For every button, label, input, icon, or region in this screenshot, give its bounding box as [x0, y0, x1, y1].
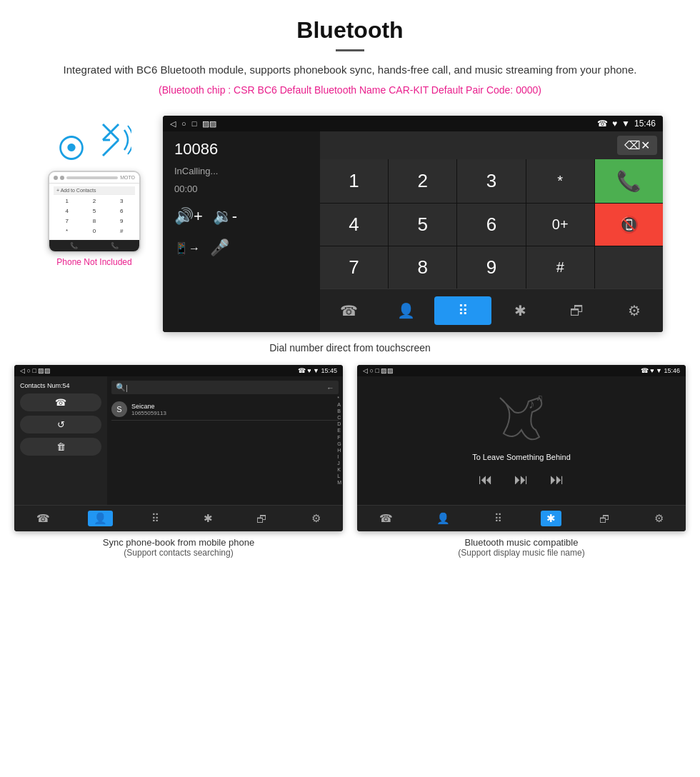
keypad-grid: 1 2 3 * 📞 4 5 6 0+ 📵 7 8 9 # — [320, 159, 663, 289]
key-8[interactable]: 8 — [389, 246, 456, 289]
alpha-star[interactable]: * — [337, 395, 341, 401]
play-button[interactable]: ⏭ — [514, 471, 529, 488]
small-phone-image: MOTO + Add to Contacts 1 2 3 4 5 6 7 8 9… — [48, 171, 141, 253]
alpha-i[interactable]: I — [337, 453, 341, 460]
phone-status-icon: ☎ — [597, 119, 608, 129]
transfer-icon[interactable]: 📱→ — [174, 241, 200, 255]
contacts-nav-transfer[interactable]: 🗗 — [251, 511, 273, 526]
music-nav-contacts[interactable]: 👤 — [431, 511, 456, 526]
music-status-right: ☎ ♥ ▼ 15:46 — [641, 367, 680, 374]
contacts-status-right: ☎ ♥ ▼ 15:45 — [298, 367, 337, 374]
nav-calls[interactable]: ☎ — [320, 296, 377, 325]
car-head-unit-screen: ◁ ○ □ ▨▨ ☎ ♥ ▼ 15:46 10086 InCalling... … — [163, 116, 663, 332]
contacts-nav-calls[interactable]: ☎ — [31, 511, 56, 526]
music-nav-calls[interactable]: ☎ — [374, 511, 399, 526]
nav-settings[interactable]: ⚙ — [606, 296, 663, 325]
status-right: ☎ ♥ ▼ 15:46 — [597, 119, 656, 129]
phone-not-included-label: Phone Not Included — [56, 257, 131, 267]
call-contact-btn[interactable]: ☎ — [20, 393, 101, 411]
back-icon: ◁ — [170, 119, 176, 129]
nav-bar: ☎ 👤 ⠿ ✱ 🗗 ⚙ — [320, 289, 663, 332]
bluetooth-icon: ⦿ — [57, 133, 86, 164]
alpha-g[interactable]: G — [337, 441, 341, 447]
key-5[interactable]: 5 — [389, 204, 456, 246]
alpha-c[interactable]: C — [337, 414, 341, 421]
page-header: Bluetooth Integrated with BC6 Bluetooth … — [0, 0, 700, 116]
music-nav-dialpad[interactable]: ⠿ — [489, 511, 508, 526]
next-button[interactable]: ⏭ — [550, 471, 564, 488]
key-3[interactable]: 3 — [457, 159, 525, 203]
alpha-b[interactable]: B — [337, 408, 341, 414]
music-icon-svg: ♪ ♫ — [489, 394, 554, 444]
location-icon: ♥ — [612, 119, 617, 129]
alpha-k[interactable]: K — [337, 466, 341, 473]
contacts-right-panel: 🔍 | ← S Seicane 10655059113 * — [107, 376, 343, 505]
prev-button[interactable]: ⏮ — [479, 471, 493, 488]
contacts-nav-bar: ☎ 👤 ⠿ ✱ 🗗 ⚙ — [14, 505, 343, 531]
key-0plus[interactable]: 0+ — [526, 204, 594, 246]
music-nav-settings[interactable]: ⚙ — [649, 511, 669, 526]
alpha-h[interactable]: H — [337, 447, 341, 453]
called-number: 10086 — [174, 140, 309, 159]
alpha-e[interactable]: E — [337, 427, 341, 433]
nav-bluetooth[interactable]: ✱ — [491, 296, 549, 325]
alpha-m[interactable]: M — [337, 479, 341, 486]
sync-contacts-btn[interactable]: ↺ — [20, 416, 101, 433]
key-9: 9 — [109, 216, 135, 226]
number-input-field[interactable] — [326, 138, 613, 153]
key-6[interactable]: 6 — [457, 204, 525, 246]
volume-controls: 🔊+ 🔉- — [174, 207, 309, 226]
key-9[interactable]: 9 — [457, 246, 525, 289]
nav-transfer[interactable]: 🗗 — [549, 296, 606, 325]
alpha-a[interactable]: A — [337, 401, 341, 408]
dialer-left-panel: 10086 InCalling... 00:00 🔊+ 🔉- 📱→ 🎤 — [163, 131, 320, 332]
backspace-button[interactable]: ⌫✕ — [617, 136, 657, 155]
svg-text:♫: ♫ — [536, 394, 544, 403]
signal-icon: ▨▨ — [202, 119, 216, 129]
key-1[interactable]: 1 — [320, 159, 388, 203]
alpha-f[interactable]: F — [337, 434, 341, 441]
nav-contacts[interactable]: 👤 — [377, 296, 434, 325]
key-7: 7 — [54, 216, 80, 226]
key-6: 6 — [109, 206, 135, 216]
music-nav-bar: ☎ 👤 ⠿ ✱ 🗗 ⚙ — [357, 505, 686, 531]
contacts-status-bar: ◁ ○ □ ▨▨ ☎ ♥ ▼ 15:45 — [14, 365, 343, 376]
key-hash[interactable]: # — [526, 246, 594, 289]
call-button[interactable]: 📞 — [595, 159, 663, 203]
delete-contact-btn[interactable]: 🗑 — [20, 438, 101, 456]
key-4[interactable]: 4 — [320, 204, 388, 246]
mic-icon[interactable]: 🎤 — [210, 239, 229, 257]
key-1: 1 — [54, 196, 80, 206]
clock: 15:46 — [634, 119, 656, 129]
contacts-nav-settings[interactable]: ⚙ — [306, 511, 326, 526]
key-2[interactable]: 2 — [389, 159, 456, 203]
dialer-right-panel: ⌫✕ 1 2 3 * 📞 4 5 6 0+ 📵 7 — [320, 131, 663, 332]
volume-down-icon[interactable]: 🔉- — [213, 207, 237, 226]
contacts-nav-dialpad[interactable]: ⠿ — [146, 511, 165, 526]
contacts-nav-contacts[interactable]: 👤 — [88, 511, 113, 526]
main-caption: Dial number direct from touchscreen — [0, 336, 700, 365]
hangup-button[interactable]: 📵 — [595, 204, 663, 246]
contacts-screen: ◁ ○ □ ▨▨ ☎ ♥ ▼ 15:45 Contacts Num:54 ☎ ↺… — [14, 365, 343, 531]
music-status-bar: ◁ ○ □ ▨▨ ☎ ♥ ▼ 15:46 — [357, 365, 686, 376]
back-arrow: ← — [326, 384, 334, 392]
recents-icon: □ — [192, 119, 197, 128]
music-body: ♪ ♫ To Leave Something Behind ⏮ ⏭ ⏭ — [357, 376, 686, 505]
svg-text:♪: ♪ — [529, 397, 535, 411]
small-phone-bottom-bar: 📞 📞 — [49, 240, 139, 251]
alpha-j[interactable]: J — [337, 460, 341, 466]
search-icon: 🔍 — [116, 383, 126, 392]
music-nav-bt[interactable]: ✱ — [541, 511, 561, 526]
key-4: 4 — [54, 206, 80, 216]
volume-up-icon[interactable]: 🔊+ — [174, 207, 203, 226]
contacts-body: Contacts Num:54 ☎ ↺ 🗑 🔍 | ← S — [14, 376, 343, 505]
key-7[interactable]: 7 — [320, 246, 388, 289]
nav-dialpad[interactable]: ⠿ — [434, 296, 491, 325]
contact-search-bar[interactable]: 🔍 | ← — [111, 381, 339, 394]
contacts-nav-bt[interactable]: ✱ — [198, 511, 219, 526]
alpha-l[interactable]: L — [337, 473, 341, 479]
status-bar: ◁ ○ □ ▨▨ ☎ ♥ ▼ 15:46 — [163, 116, 663, 131]
alpha-d[interactable]: D — [337, 421, 341, 427]
key-star[interactable]: * — [526, 159, 594, 203]
music-nav-transfer[interactable]: 🗗 — [594, 511, 616, 526]
